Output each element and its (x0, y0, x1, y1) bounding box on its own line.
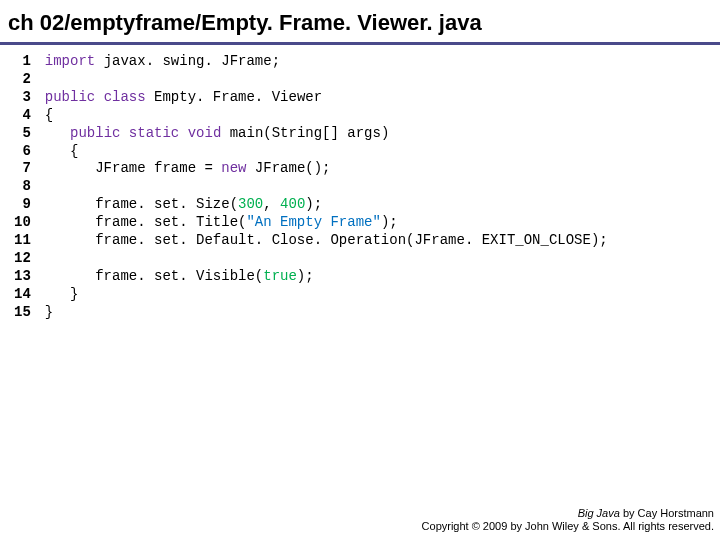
code-line: JFrame frame = new JFrame(); (45, 160, 331, 176)
code-token: ); (381, 214, 398, 230)
code-token: public (45, 89, 95, 105)
code-token: JFrame frame = (45, 160, 221, 176)
code-token: new (221, 160, 246, 176)
code-line: import javax. swing. JFrame; (45, 53, 280, 69)
code-line: { (45, 143, 79, 159)
code-token: { (45, 107, 53, 123)
code-token (45, 125, 70, 141)
code-token: import (45, 53, 95, 69)
code-body: import javax. swing. JFrame; public clas… (45, 53, 608, 322)
code-token: } (45, 304, 53, 320)
code-token: } (45, 286, 79, 302)
code-token (179, 125, 187, 141)
code-token: class (104, 89, 146, 105)
code-block: 1 2 3 4 5 6 7 8 9 10 11 12 13 14 15 impo… (0, 45, 720, 322)
code-line: frame. set. Title("An Empty Frame"); (45, 214, 398, 230)
code-token: ); (305, 196, 322, 212)
slide: ch 02/emptyframe/Empty. Frame. Viewer. j… (0, 0, 720, 540)
code-token: frame. set. Title( (45, 214, 247, 230)
code-line: frame. set. Default. Close. Operation(JF… (45, 232, 608, 248)
author: by Cay Horstmann (620, 507, 714, 519)
code-line: public class Empty. Frame. Viewer (45, 89, 322, 105)
code-token: "An Empty Frame" (246, 214, 380, 230)
code-token: 400 (280, 196, 305, 212)
code-token (120, 125, 128, 141)
code-token: JFrame(); (246, 160, 330, 176)
footer-line-2: Copyright © 2009 by John Wiley & Sons. A… (422, 520, 714, 534)
book-title: Big Java (578, 507, 620, 519)
code-line: public static void main(String[] args) (45, 125, 390, 141)
code-token: frame. set. Size( (45, 196, 238, 212)
code-token: frame. set. Default. Close. Operation(JF… (45, 232, 608, 248)
code-token: true (263, 268, 297, 284)
footer-line-1: Big Java by Cay Horstmann (422, 507, 714, 521)
code-token: frame. set. Visible( (45, 268, 263, 284)
code-token: { (45, 143, 79, 159)
code-token: static (129, 125, 179, 141)
code-line: } (45, 286, 79, 302)
code-token (95, 89, 103, 105)
code-token: Empty. Frame. Viewer (146, 89, 322, 105)
code-line: } (45, 304, 53, 320)
line-number-gutter: 1 2 3 4 5 6 7 8 9 10 11 12 13 14 15 (14, 53, 45, 322)
code-line: frame. set. Visible(true); (45, 268, 314, 284)
code-token: void (188, 125, 222, 141)
code-token: public (70, 125, 120, 141)
footer: Big Java by Cay Horstmann Copyright © 20… (422, 507, 714, 535)
code-token: , (263, 196, 280, 212)
code-line: { (45, 107, 53, 123)
page-title: ch 02/emptyframe/Empty. Frame. Viewer. j… (0, 0, 720, 42)
code-token: ); (297, 268, 314, 284)
code-token: main(String[] args) (221, 125, 389, 141)
code-token: javax. swing. JFrame; (95, 53, 280, 69)
code-line: frame. set. Size(300, 400); (45, 196, 322, 212)
code-token: 300 (238, 196, 263, 212)
